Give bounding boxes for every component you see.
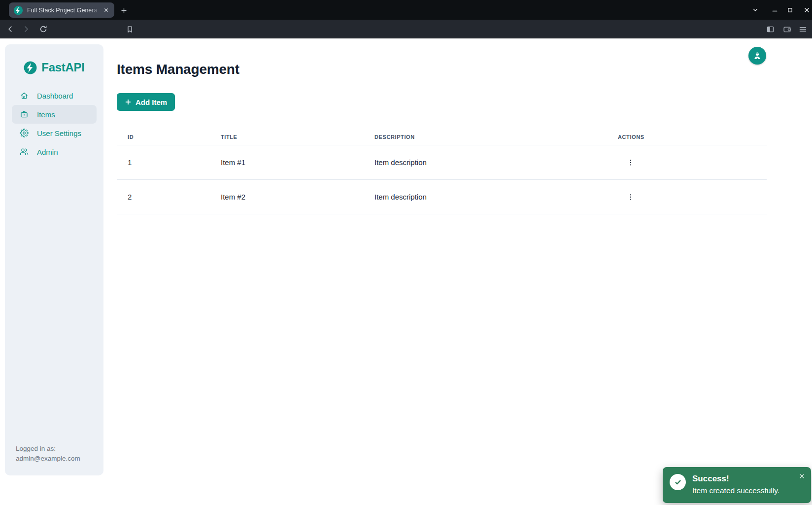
toast-message: Item created successfully. [692, 485, 779, 496]
menu-icon[interactable] [797, 23, 809, 35]
window-maximize-button[interactable] [783, 0, 797, 20]
fastapi-favicon-icon [13, 5, 23, 15]
column-header-id: ID [117, 134, 221, 140]
sidebar-item-user-settings[interactable]: User Settings [5, 124, 103, 142]
reload-button[interactable] [37, 23, 49, 35]
cell-description: Item description [374, 158, 618, 167]
table-row: 1 Item #1 Item description [117, 145, 767, 180]
page-title: Items Management [117, 62, 812, 77]
toast-title: Success! [692, 473, 779, 485]
home-icon [20, 91, 29, 100]
sidebar-nav: Dashboard Items User Settings Admin [5, 86, 103, 161]
cell-title: Item #2 [221, 193, 374, 201]
forward-button[interactable] [20, 23, 32, 35]
window-close-button[interactable] [800, 0, 812, 20]
add-item-button-label: Add Item [135, 98, 167, 106]
table-row: 2 Item #2 Item description [117, 180, 767, 214]
cell-title: Item #1 [221, 158, 374, 167]
row-actions-menu-button[interactable] [625, 191, 637, 203]
sidebar-item-label: Items [37, 110, 55, 119]
main-panel: Items Management Add Item ID TITLE DESCR… [117, 38, 812, 214]
tab-search-chevron-icon[interactable] [748, 0, 762, 20]
sidebar-item-admin[interactable]: Admin [5, 142, 103, 161]
sidebar-item-label: Admin [37, 148, 58, 156]
sidebar-item-label: Dashboard [37, 92, 73, 100]
briefcase-icon [20, 110, 29, 119]
logged-in-label: Logged in as: [16, 444, 80, 454]
toast-close-icon[interactable] [798, 472, 805, 479]
browser-toolbar: localhost/items 1 [0, 20, 812, 38]
page-content: FastAPI Dashboard Items User Settings [0, 38, 812, 505]
fastapi-logo-text: FastAPI [41, 61, 84, 74]
browser-tab-bar: Full Stack Project Genera [0, 0, 812, 20]
items-table: ID TITLE DESCRIPTION ACTIONS 1 Item #1 I… [117, 129, 767, 214]
fastapi-logo: FastAPI [5, 44, 103, 74]
cell-description: Item description [374, 193, 618, 201]
add-item-button[interactable]: Add Item [117, 93, 175, 111]
logged-in-info: Logged in as: admin@example.com [16, 444, 80, 464]
user-menu-button[interactable] [748, 47, 766, 65]
sidebar-item-label: User Settings [37, 129, 81, 137]
column-header-description: DESCRIPTION [374, 134, 618, 140]
cell-id: 1 [117, 158, 221, 167]
gear-icon [20, 129, 29, 137]
back-button[interactable] [4, 23, 16, 35]
check-circle-icon [670, 474, 686, 490]
user-avatar-icon [752, 50, 763, 61]
browser-tab[interactable]: Full Stack Project Genera [9, 2, 114, 18]
column-header-actions: ACTIONS [618, 134, 767, 140]
success-toast: Success! Item created successfully. [663, 467, 811, 503]
new-tab-button[interactable] [117, 4, 130, 17]
window-minimize-button[interactable] [768, 0, 781, 20]
fastapi-logo-icon [24, 61, 37, 74]
sidebar-toggle-icon[interactable] [764, 23, 776, 35]
app-sidebar: FastAPI Dashboard Items User Settings [5, 44, 103, 475]
tab-title: Full Stack Project Genera [27, 7, 102, 14]
row-actions-menu-button[interactable] [625, 157, 637, 168]
sidebar-item-items[interactable]: Items [12, 105, 97, 124]
sidebar-item-dashboard[interactable]: Dashboard [5, 86, 103, 105]
wallet-icon[interactable] [781, 23, 793, 35]
column-header-title: TITLE [221, 134, 374, 140]
plus-icon [125, 99, 132, 105]
users-icon [20, 147, 29, 156]
bookmark-icon[interactable] [124, 23, 135, 35]
table-header-row: ID TITLE DESCRIPTION ACTIONS [117, 129, 767, 145]
tab-close-icon[interactable] [102, 6, 110, 15]
cell-id: 2 [117, 193, 221, 201]
logged-in-email: admin@example.com [16, 454, 80, 464]
